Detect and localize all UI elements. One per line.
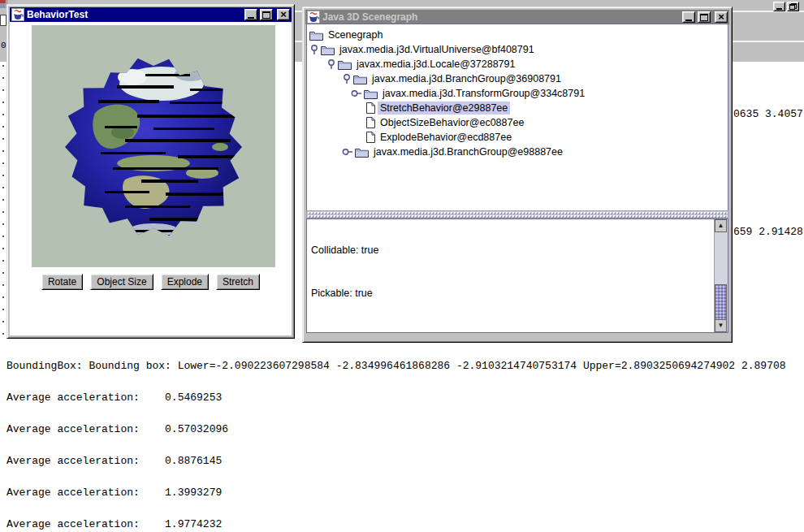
- scenegraph-tree-panel: Scenegraph javax.media.j3d.VirtualUniver…: [306, 24, 728, 211]
- java-cup-icon: [11, 8, 24, 21]
- behaviortest-content: Rotate Object Size Explode Stretch: [10, 22, 292, 335]
- tree-node-label: javax.media.j3d.Locale@37288791: [354, 58, 517, 71]
- tree-node-explodebehavior[interactable]: ExplodeBehavior@ecd887ee: [307, 130, 728, 145]
- up-arrow-icon: ▲: [718, 223, 724, 229]
- close-icon: ×: [280, 11, 287, 19]
- folder-icon: [355, 147, 369, 158]
- console-line-fragment: 0635 3.4057: [733, 109, 803, 119]
- detail-line: Bounds: Bounding box: Lower=1.0 1.0 1.0 …: [311, 330, 728, 333]
- expanded-handle-icon[interactable]: [309, 44, 319, 55]
- window-title: BehaviorTest: [27, 9, 242, 20]
- object-size-button[interactable]: Object Size: [90, 274, 153, 290]
- tree-node-label: javax.media.j3d.VirtualUniverse@bf408791: [337, 43, 537, 56]
- console-line: Average acceleration: 1.9774232: [6, 519, 786, 530]
- tree-node-virtualuniverse[interactable]: javax.media.j3d.VirtualUniverse@bf408791: [307, 42, 728, 57]
- restore-button[interactable]: [787, 2, 799, 11]
- tree-node-label-selected: StretchBehavior@e29887ee: [378, 102, 510, 115]
- document-icon: [365, 117, 375, 128]
- collapsed-handle-icon[interactable]: [342, 148, 353, 156]
- minimize-icon: [248, 17, 254, 19]
- minimize-icon: [685, 19, 692, 21]
- scrollbar-thumb[interactable]: [715, 284, 727, 320]
- tree-node-label: javax.media.j3d.BranchGroup@e98887ee: [371, 145, 565, 158]
- console-line: Average acceleration: 0.8876145: [6, 456, 786, 466]
- console-line-fragment: 659 2.91428: [733, 227, 803, 237]
- behaviortest-titlebar[interactable]: BehaviorTest ×: [10, 7, 292, 22]
- minimize-icon: [776, 8, 782, 10]
- close-button[interactable]: ×: [715, 11, 728, 23]
- rotate-button[interactable]: Rotate: [41, 274, 83, 290]
- tree-node-branchgroup-1[interactable]: javax.media.j3d.BranchGroup@36908791: [307, 71, 728, 86]
- folder-icon: [353, 74, 367, 84]
- node-details-text: Collidable: true Pickable: true Bounds: …: [307, 218, 728, 333]
- maximize-icon: [700, 14, 708, 21]
- tree-node-label: ObjectSizeBehavior@ec0887ee: [378, 116, 526, 129]
- stretch-button[interactable]: Stretch: [216, 274, 260, 290]
- tree-node-label: Scenegraph: [326, 28, 385, 41]
- vertical-scrollbar[interactable]: ▲ ▼: [714, 219, 728, 332]
- console-line: Average acceleration: 1.3993279: [6, 487, 786, 498]
- detail-line: Pickable: true: [311, 287, 728, 301]
- folder-icon: [321, 45, 335, 55]
- document-icon: [365, 102, 375, 114]
- console-output: BoundingBox: Bounding box: Lower=-2.0902…: [6, 340, 786, 532]
- tree-node-label: javax.media.j3d.TransformGroup@334c8791: [380, 87, 587, 100]
- folder-icon: [364, 89, 378, 99]
- folder-icon: [338, 59, 352, 70]
- console-line: Average acceleration: 0.5469253: [6, 392, 786, 403]
- minimize-button[interactable]: [682, 11, 695, 23]
- maximize-icon: [262, 11, 270, 19]
- expanded-handle-icon[interactable]: [342, 73, 352, 84]
- tree-node-transformgroup[interactable]: javax.media.j3d.TransformGroup@334c8791: [307, 86, 728, 101]
- scroll-up-button[interactable]: ▲: [715, 219, 727, 232]
- close-icon: ×: [718, 13, 724, 21]
- down-arrow-icon: ▼: [718, 322, 724, 329]
- restore-icon: [789, 3, 797, 10]
- console-line: Average acceleration: 0.57032096: [6, 424, 786, 435]
- 3d-canvas[interactable]: [32, 25, 275, 267]
- behaviortest-window: BehaviorTest ×: [6, 4, 295, 339]
- partial-text: 0: [1, 41, 6, 50]
- behavior-button-row: Rotate Object Size Explode Stretch: [10, 274, 292, 290]
- explode-button[interactable]: Explode: [161, 274, 209, 290]
- scroll-down-button[interactable]: ▼: [715, 319, 727, 332]
- tree-node-scenegraph[interactable]: Scenegraph: [307, 28, 728, 42]
- maximize-button[interactable]: [698, 11, 711, 23]
- tree-node-branchgroup-2[interactable]: javax.media.j3d.BranchGroup@e98887ee: [307, 145, 728, 159]
- split-pane-divider[interactable]: [306, 210, 728, 218]
- node-details-panel: Collidable: true Pickable: true Bounds: …: [306, 218, 728, 333]
- expanded-handle-icon[interactable]: [326, 58, 336, 70]
- tree-node-stretchbehavior[interactable]: StretchBehavior@e29887ee: [307, 101, 728, 115]
- document-icon: [365, 132, 375, 143]
- scenegraph-titlebar[interactable]: Java 3D Scenegraph ×: [305, 10, 729, 24]
- folder-icon: [309, 30, 323, 41]
- collapsed-handle-icon[interactable]: [351, 89, 362, 97]
- partial-icon: [0, 0, 6, 8]
- maximize-button[interactable]: [260, 9, 273, 20]
- minimize-button[interactable]: [773, 2, 785, 11]
- minimize-button[interactable]: [244, 9, 257, 20]
- java-cup-icon: [307, 11, 320, 24]
- earth-globe-graphic: [32, 25, 275, 267]
- tree-node-label: javax.media.j3d.BranchGroup@36908791: [370, 72, 564, 85]
- tree: Scenegraph javax.media.j3d.VirtualUniver…: [307, 24, 728, 159]
- tree-node-locale[interactable]: javax.media.j3d.Locale@37288791: [307, 57, 728, 71]
- desktop: 0635 3.4057 659 2.91428 BoundingBox: Bou…: [0, 0, 804, 532]
- tree-node-label: ExplodeBehavior@ecd887ee: [378, 131, 514, 144]
- detail-line: Collidable: true: [311, 244, 728, 258]
- window-title: Java 3D Scenegraph: [322, 11, 680, 23]
- tree-node-objectsizebehavior[interactable]: ObjectSizeBehavior@ec0887ee: [307, 115, 728, 130]
- scenegraph-window: Java 3D Scenegraph × Scenegraph: [302, 6, 733, 343]
- background-titlebar-buttons: [773, 2, 799, 11]
- partial-widget: [0, 15, 6, 26]
- console-line: BoundingBox: Bounding box: Lower=-2.0902…: [6, 361, 786, 371]
- dotted-column: [2, 65, 4, 335]
- close-button[interactable]: ×: [277, 9, 290, 20]
